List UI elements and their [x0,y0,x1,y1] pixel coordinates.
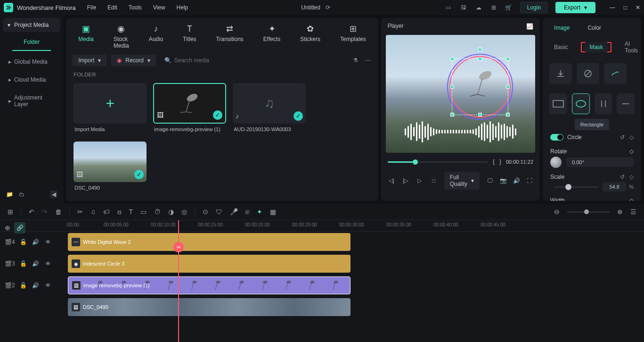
mic-icon[interactable]: 🎤 [230,208,238,216]
reset-icon[interactable]: ↺ [620,134,625,141]
visibility-icon[interactable]: 👁 [44,238,52,246]
camera-icon[interactable]: 📷 [499,177,507,184]
subtab-aitools[interactable]: AI Tools [620,39,641,56]
mask-draw-button[interactable] [604,63,627,84]
keyframe-icon[interactable]: ◇ [629,197,634,201]
menu-edit[interactable]: Edit [107,4,117,11]
subtab-basic[interactable]: Basic [549,42,572,52]
snapshot-icon[interactable]: 📈 [526,23,533,30]
tab-media[interactable]: ▣Media [75,22,97,51]
playhead-scissors-icon[interactable]: ✂ [173,242,184,252]
play-icon[interactable]: ▷ [416,177,424,184]
stop-icon[interactable]: □ [430,177,438,184]
mask-hsplit-button[interactable] [617,93,635,114]
timeline-clip[interactable]: ◉Iridescent Circle 3 [68,255,351,273]
keyframe-icon[interactable]: ◇ [629,174,634,180]
close-button[interactable]: ✕ [636,4,640,11]
timeline-ruler[interactable]: :00:00 00:00:05:00 00:00:10:00 00:00:15:… [0,220,644,232]
keyframe-icon[interactable]: ◇ [629,134,634,141]
tag-icon[interactable]: 🏷 [103,208,110,216]
brace-close-icon[interactable]: } [499,158,501,165]
mask-import-button[interactable] [549,63,572,84]
crop-icon[interactable]: ⧈ [117,208,122,216]
preview-canvas[interactable] [386,35,535,153]
shield-icon[interactable]: 🛡 [216,208,222,216]
mask-none-button[interactable] [577,63,599,84]
media-item[interactable]: ♫ ♪✓ AUD-20190130-WA0003 [233,83,306,135]
menu-view[interactable]: View [153,4,165,11]
lock-icon[interactable]: 🔓 [20,260,27,267]
rotate-value[interactable]: 0.00° [566,158,634,167]
device-icon[interactable]: ▭ [445,4,452,11]
subtab-mask[interactable]: Mask [585,42,608,52]
cart-icon[interactable]: 🛒 [505,4,513,11]
sync-icon[interactable]: ⟳ [324,4,332,11]
tab-effects[interactable]: ✦Effects [261,22,283,51]
scale-slider[interactable] [554,186,599,188]
search-input[interactable]: 🔍Search media [161,55,347,66]
tab-templates[interactable]: ⊞Templates [337,22,369,51]
mute-icon[interactable]: 🔊 [32,282,40,289]
maximize-button[interactable]: □ [624,4,627,11]
menu-file[interactable]: File [87,4,96,11]
delete-icon[interactable]: 🗑 [55,208,62,216]
project-media-header[interactable]: ▾ Project Media [3,18,60,32]
text-icon[interactable]: T [129,208,133,216]
next-frame-icon[interactable]: |▷ [402,177,409,184]
prev-frame-icon[interactable]: ◁| [388,177,395,184]
brace-open-icon[interactable]: { [493,158,495,165]
visibility-icon[interactable]: 👁 [44,260,52,267]
color-icon[interactable]: ◑ [168,208,174,216]
playback-slider[interactable]: { } 00:00:11:22 [388,158,533,165]
tab-audio[interactable]: ♪Audio [146,22,166,51]
export-button[interactable]: Export▾ [555,2,595,13]
speed-icon[interactable]: ⏱ [154,208,161,216]
display-icon[interactable]: 🖵 [486,177,494,184]
save-icon[interactable]: 🖫 [460,4,467,11]
menu-tools[interactable]: Tools [129,4,142,11]
folder-tab[interactable]: Folder [12,34,51,51]
tab-stickers[interactable]: ✿Stickers [297,22,323,51]
caption-icon[interactable]: ▭ [140,208,147,216]
reset-icon[interactable]: ↺ [620,174,625,180]
zoom-slider[interactable] [567,211,610,213]
tab-stock[interactable]: ◉Stock Media [111,22,132,51]
menu-help[interactable]: Help [177,4,188,11]
import-dropdown[interactable]: Import▾ [73,55,106,66]
sidebar-item-cloud[interactable]: ▸Cloud Media [3,72,60,88]
mixer-icon[interactable]: ⎚ [245,208,249,216]
mute-icon[interactable]: 🔊 [32,260,40,267]
collapse-icon[interactable]: ◀ [50,191,57,198]
prop-tab-color[interactable]: Color [586,24,603,32]
view-options-icon[interactable]: ☰ [630,208,636,216]
visibility-icon[interactable]: 👁 [44,282,52,289]
zoom-out-icon[interactable]: ⊖ [554,208,560,216]
redo-icon[interactable]: ↷ [42,208,48,216]
lock-icon[interactable]: 🔓 [20,238,27,246]
mask-vsplit-button[interactable] [595,93,612,114]
import-media-card[interactable]: + Import Media [73,83,147,135]
layout-icon[interactable]: ⊞ [8,208,13,216]
cloud-icon[interactable]: ☁ [475,4,482,11]
timeline-clip[interactable]: 〰White Digital Wave 2 [68,233,351,251]
cut-icon[interactable]: ✂ [77,208,83,216]
mask-rectangle-button[interactable] [549,93,567,114]
playhead[interactable] [178,220,179,342]
timeline-clip[interactable]: 🖼DSC_0490 [68,298,351,316]
login-button[interactable]: Login [520,2,548,13]
filter-icon[interactable]: ⚗ [352,57,359,64]
more-icon[interactable]: ⋯ [364,57,372,64]
fullscreen-icon[interactable]: ⛶ [526,177,533,184]
add-track-icon[interactable]: ⊕ [5,224,10,232]
record-dropdown[interactable]: ◉Record▾ [111,55,156,66]
mask-circle-button[interactable] [572,93,590,114]
zoom-in-icon[interactable]: ⊕ [617,208,623,216]
volume-icon[interactable]: 🔊 [513,177,520,184]
media-item[interactable]: 🖼✓ image-removebg-preview (1) [153,83,226,135]
tab-titles[interactable]: TTitles [180,22,199,51]
quality-dropdown[interactable]: Full Quality▾ [444,172,480,190]
apps-icon[interactable]: ⊞ [490,4,497,11]
minimize-button[interactable]: ― [610,4,615,11]
folder-icon[interactable]: 🗀 [18,191,25,198]
tab-transitions[interactable]: ⇄Transitions [213,22,246,51]
